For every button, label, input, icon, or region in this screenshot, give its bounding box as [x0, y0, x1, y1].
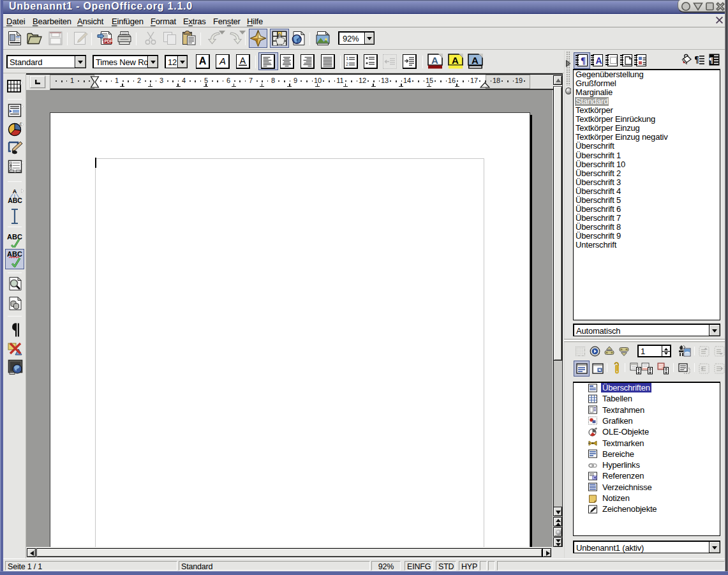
svg-text:ABC: ABC	[8, 197, 22, 204]
svg-text:A: A	[13, 188, 17, 195]
svg-text:ABC: ABC	[7, 233, 22, 241]
svg-text:¶: ¶	[581, 56, 586, 65]
svg-text:PDF: PDF	[105, 39, 113, 43]
svg-text:A: A	[219, 56, 226, 66]
svg-text:A: A	[431, 55, 438, 66]
svg-text:1: 1	[346, 56, 348, 61]
svg-text:¶: ¶	[709, 55, 713, 64]
svg-text:A: A	[240, 56, 246, 66]
svg-text:¶: ¶	[695, 55, 699, 64]
svg-text:ABC: ABC	[7, 250, 22, 258]
svg-text:A: A	[452, 55, 459, 66]
svg-text:A: A	[472, 55, 479, 66]
svg-text:A: A	[595, 56, 602, 65]
svg-text:2: 2	[346, 61, 348, 67]
svg-text:A: A	[199, 56, 207, 66]
